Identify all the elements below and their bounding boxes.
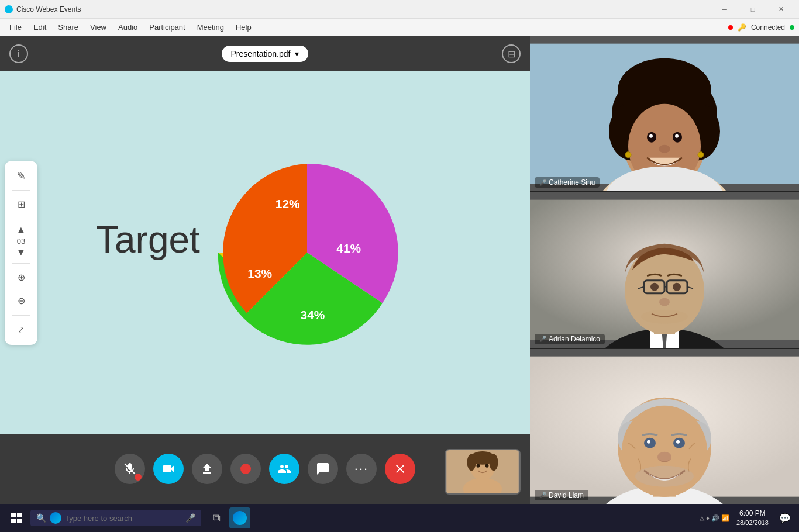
task-view-icon: ⧉ (213, 512, 221, 524)
participant-slot-david: 🎤 David Liam (530, 349, 799, 504)
participant-name-adrian: Adrian Delamico (549, 335, 600, 343)
video-icon (161, 462, 175, 476)
connected-label: Connected (751, 23, 785, 32)
svg-point-8 (485, 464, 489, 468)
share-icon (200, 462, 214, 476)
grid-view-button[interactable]: ⊞ (9, 194, 33, 215)
search-input[interactable] (65, 514, 182, 523)
webex-taskbar-icon[interactable] (229, 507, 250, 528)
search-bar[interactable]: 🔍 🎤 (30, 510, 201, 526)
next-page-button[interactable]: ▼ (9, 246, 33, 260)
win-logo-q2 (17, 513, 22, 517)
cortana-circle (50, 512, 61, 524)
svg-point-39 (659, 298, 670, 306)
recording-indicator (728, 25, 733, 30)
win-logo-q1 (11, 513, 16, 517)
pen-icon: ✎ (17, 170, 26, 182)
menu-meeting[interactable]: Meeting (192, 20, 229, 34)
taskbar-right: △ ♦ 🔊 📶 6:00 PM 28/02/2018 💬 (700, 509, 794, 527)
layout-icon: ⊟ (508, 49, 515, 60)
notifications-button[interactable]: 💬 (776, 509, 794, 527)
svg-point-40 (641, 310, 688, 324)
toolbar-divider-2 (12, 219, 30, 219)
svg-point-38 (673, 283, 681, 291)
key-icon: 🔑 (738, 23, 746, 32)
fullscreen-button[interactable]: ⤢ (9, 319, 33, 340)
more-button[interactable]: ··· (346, 454, 377, 484)
menu-audio[interactable]: Audio (113, 20, 142, 34)
zoom-out-button[interactable]: ⊖ (9, 291, 33, 312)
menu-file[interactable]: File (5, 20, 26, 34)
menu-participant[interactable]: Participant (144, 20, 190, 34)
participant-slot-adrian: 🎤 Adrian Delamico (530, 192, 799, 348)
presentation-content: ✎ ⊞ ▲ 03 ▼ ⊕ ⊖ ⤢ Target (0, 71, 530, 434)
file-name: Presentation.pdf (231, 49, 291, 58)
participants-panel: 🎤 Catherine Sinu (530, 36, 799, 504)
presentation-header: i Presentation.pdf ▾ ⊟ (0, 36, 530, 71)
mute-icon (123, 462, 137, 476)
win-logo-q3 (11, 519, 16, 523)
pen-tool-button[interactable]: ✎ (9, 165, 33, 186)
title-bar: Cisco Webex Events ─ □ ✕ (0, 0, 799, 19)
prev-page-button[interactable]: ▲ (9, 223, 33, 237)
date: 28/02/2018 (736, 519, 769, 527)
svg-point-7 (477, 464, 480, 468)
record-icon (240, 464, 251, 474)
video-button[interactable] (153, 454, 184, 484)
end-call-button[interactable] (385, 454, 415, 484)
taskbar-icons: ⧉ (206, 507, 250, 528)
record-button[interactable] (230, 454, 261, 484)
menu-view[interactable]: View (85, 20, 111, 34)
pie-label-magenta: 41% (336, 241, 361, 255)
chat-button[interactable] (308, 454, 338, 484)
windows-logo (11, 513, 22, 523)
system-tray: △ ♦ 🔊 📶 (700, 514, 729, 522)
chat-icon (316, 462, 330, 476)
mic-icon-catherine: 🎤 (539, 179, 546, 186)
david-video (530, 349, 799, 504)
clock: 6:00 PM 28/02/2018 (736, 509, 769, 527)
control-bar: ··· (0, 434, 530, 504)
more-icon: ··· (354, 461, 368, 476)
menu-edit[interactable]: Edit (29, 20, 51, 34)
file-selector[interactable]: Presentation.pdf ▾ (222, 46, 309, 62)
search-icon: 🔍 (36, 513, 46, 523)
grid-icon: ⊞ (18, 199, 25, 210)
close-button[interactable]: ✕ (767, 0, 794, 19)
start-button[interactable] (5, 506, 28, 530)
self-video-svg (446, 450, 519, 493)
menu-share[interactable]: Share (53, 20, 83, 34)
participant-name-david: David Liam (549, 491, 584, 499)
share-button[interactable] (192, 454, 222, 484)
mic-icon-adrian: 🎤 (539, 336, 546, 342)
mute-button[interactable] (115, 454, 145, 484)
layout-button[interactable]: ⊟ (502, 44, 521, 63)
catherine-video (530, 36, 799, 191)
zoom-in-button[interactable]: ⊕ (9, 267, 33, 288)
slide-content: Target (37, 71, 530, 434)
end-call-icon (393, 462, 407, 476)
participant-label-adrian: 🎤 Adrian Delamico (535, 334, 605, 344)
taskbar: 🔍 🎤 ⧉ △ ♦ 🔊 📶 6:00 PM 28/02/2018 💬 (0, 504, 799, 532)
minimize-button[interactable]: ─ (711, 0, 738, 19)
svg-point-24 (698, 152, 704, 158)
participants-button[interactable] (269, 454, 299, 484)
connected-dot (790, 25, 794, 30)
task-view-button[interactable]: ⧉ (206, 507, 227, 528)
mic-search-icon: 🎤 (185, 513, 195, 523)
svg-point-51 (676, 440, 680, 443)
participants-icon (277, 462, 291, 476)
win-logo-q4 (17, 519, 22, 523)
webex-icon (233, 511, 247, 525)
presentation-panel: i Presentation.pdf ▾ ⊟ ✎ ⊞ (0, 36, 530, 504)
window-controls: ─ □ ✕ (711, 0, 794, 19)
maximize-button[interactable]: □ (739, 0, 766, 19)
pie-label-yellow: 13% (247, 267, 272, 280)
presentation-info-button[interactable]: i (9, 44, 28, 63)
svg-point-6 (489, 454, 498, 471)
svg-point-21 (675, 134, 679, 138)
menu-help[interactable]: Help (231, 20, 256, 34)
svg-point-22 (659, 145, 670, 153)
notification-icon: 💬 (779, 513, 791, 524)
svg-point-5 (467, 454, 476, 471)
